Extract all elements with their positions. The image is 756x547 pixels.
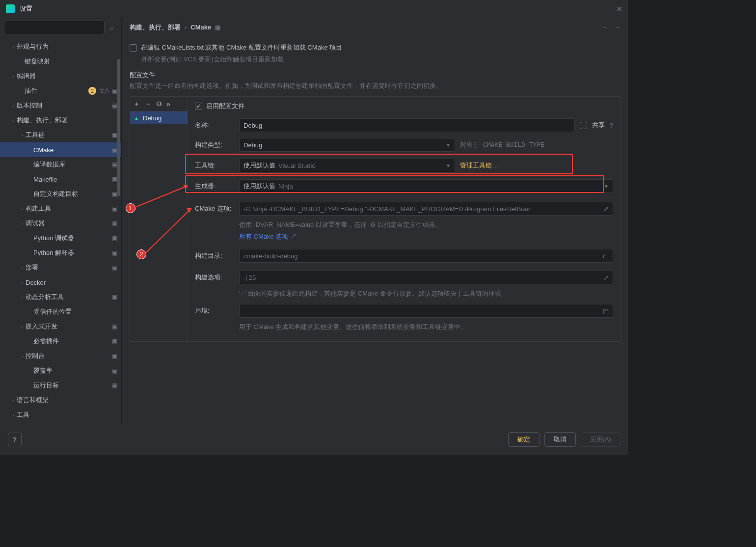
help-button[interactable]: ? <box>8 433 22 446</box>
sidebar-item-label: Makefile <box>33 176 112 183</box>
copy-profile-icon[interactable]: ⧉ <box>157 100 162 108</box>
chevron-icon: › <box>19 280 26 285</box>
list-icon[interactable]: ▤ <box>603 307 609 315</box>
build-type-select[interactable]: Debug▼ <box>239 138 455 152</box>
add-profile-icon[interactable]: ＋ <box>133 100 140 109</box>
all-cmake-options-link[interactable]: 所有 CMake 选项 ↗ <box>239 233 297 240</box>
sidebar-item-17[interactable]: ›动态分析工具▣ <box>0 290 121 304</box>
scope-icon: ▣ <box>112 161 117 168</box>
sidebar-item-21[interactable]: ›控制台▣ <box>0 349 121 363</box>
sidebar-item-label: 工具 <box>17 410 117 419</box>
environment-hint: 用于 CMake 生成和构建的其他变量。这些值将添加到系统变量和工具链变量中。 <box>239 323 613 331</box>
chevron-icon: › <box>19 133 26 138</box>
enable-profile-checkbox[interactable] <box>195 103 202 110</box>
sidebar-item-19[interactable]: ›嵌入式开发▣ <box>0 319 121 334</box>
scope-icon: ▣ <box>112 87 117 94</box>
sidebar-item-20[interactable]: 必需插件▣ <box>0 334 121 349</box>
sidebar-item-10[interactable]: 自定义构建目标▣ <box>0 187 121 201</box>
profile-run-icon: ▲ <box>134 115 140 121</box>
sidebar-item-14[interactable]: Python 解释器▣ <box>0 246 121 260</box>
sidebar-item-label: 外观与行为 <box>17 42 117 51</box>
sidebar-item-label: 自定义构建目标 <box>33 190 112 198</box>
nav-back-icon[interactable]: ← <box>602 24 608 31</box>
sidebar-item-8[interactable]: 编译数据库▣ <box>0 157 121 172</box>
build-options-input[interactable]: -j 25 ⤢ <box>239 271 613 284</box>
sidebar-item-12[interactable]: ›调试器▣ <box>0 216 121 231</box>
profiles-panel: ＋ － ⧉ » ▲ Debug <box>130 96 188 342</box>
sidebar-item-11[interactable]: ›构建工具▣ <box>0 201 121 216</box>
sidebar-item-22[interactable]: 覆盖率▣ <box>0 363 121 378</box>
titlebar: 设置 ✕ <box>0 0 628 18</box>
chevron-icon: › <box>19 206 26 212</box>
sidebar-item-7[interactable]: CMake▣ <box>0 142 121 157</box>
settings-tree: ›外观与行为键盘映射›编辑器插件2文A▣›版本控制▣⌄构建、执行、部署›工具链▣… <box>0 37 121 424</box>
chevron-icon: › <box>19 265 26 271</box>
close-icon[interactable]: ✕ <box>616 4 622 14</box>
build-dir-input[interactable]: cmake-build-debug 🗀 <box>239 249 613 263</box>
scope-icon: ▣ <box>112 338 117 345</box>
apply-button[interactable]: 应用(A) <box>581 432 621 447</box>
folder-icon[interactable]: 🗀 <box>602 252 609 260</box>
sidebar-item-5[interactable]: ⌄构建、执行、部署 <box>0 113 121 128</box>
sidebar-item-0[interactable]: ›外观与行为 <box>0 39 121 54</box>
sidebar-item-label: 键盘映射 <box>25 57 117 66</box>
scope-icon: ▣ <box>112 191 117 197</box>
sidebar-item-25[interactable]: ›工具 <box>0 408 121 422</box>
sidebar-item-label: 部署 <box>26 263 112 272</box>
sidebar-item-label: 语言和框架 <box>17 396 117 405</box>
cancel-button[interactable]: 取消 <box>544 432 576 447</box>
breadcrumb: 构建、执行、部署 › CMake ▣ ← → <box>122 18 628 37</box>
environment-input[interactable]: ▤ <box>239 304 613 318</box>
nav-forward-icon[interactable]: → <box>614 24 621 31</box>
share-checkbox[interactable] <box>580 122 587 129</box>
scope-icon: ▣ <box>112 205 117 212</box>
scope-icon: ▣ <box>112 102 117 109</box>
more-profile-icon[interactable]: » <box>166 100 170 108</box>
sidebar-item-16[interactable]: ›Docker <box>0 275 121 290</box>
manage-toolchains-link[interactable]: 管理工具链… <box>460 161 498 170</box>
expand-icon[interactable]: ⤢ <box>603 274 609 281</box>
chevron-down-icon: ▼ <box>446 142 451 148</box>
build-options-label: 构建选项: <box>195 273 234 282</box>
name-input[interactable]: Debug <box>239 118 575 132</box>
toolchain-select[interactable]: 使用默认值 Visual Studio ▼ <box>239 159 455 172</box>
profile-item-debug[interactable]: ▲ Debug <box>130 111 188 124</box>
profiles-title: 配置文件 <box>130 71 621 80</box>
sidebar-item-18[interactable]: 受信任的位置 <box>0 304 121 319</box>
generator-label: 生成器: <box>195 182 234 191</box>
remove-profile-icon[interactable]: － <box>145 100 152 109</box>
breadcrumb-current: CMake <box>190 24 211 31</box>
sidebar-item-4[interactable]: ›版本控制▣ <box>0 98 121 113</box>
sidebar-item-9[interactable]: Makefile▣ <box>0 172 121 187</box>
sidebar-item-1[interactable]: 键盘映射 <box>0 54 121 69</box>
chevron-icon: › <box>10 103 17 109</box>
sidebar-item-2[interactable]: ›编辑器 <box>0 69 121 83</box>
sidebar-item-label: 编译数据库 <box>33 160 112 169</box>
ok-button[interactable]: 确定 <box>508 432 540 447</box>
sidebar-item-label: 必需插件 <box>33 337 112 346</box>
profile-item-label: Debug <box>143 114 162 122</box>
search-input[interactable] <box>4 21 105 34</box>
sidebar-item-15[interactable]: ›部署▣ <box>0 260 121 275</box>
sidebar-item-6[interactable]: ›工具链▣ <box>0 128 121 142</box>
sidebar-item-24[interactable]: ›语言和框架 <box>0 393 121 408</box>
share-help-icon[interactable]: ? <box>610 122 613 129</box>
scope-icon: ▣ <box>112 323 117 330</box>
chevron-icon: › <box>10 44 17 50</box>
cmake-options-input[interactable]: -G Ninja -DCMAKE_BUILD_TYPE=Debug "-DCMA… <box>239 202 613 216</box>
expand-icon[interactable]: ⤢ <box>603 205 609 213</box>
sidebar-item-23[interactable]: 运行目标▣ <box>0 378 121 393</box>
build-dir-label: 构建目录: <box>195 251 234 260</box>
reload-checkbox[interactable] <box>130 44 137 52</box>
cmake-options-hint: 使用 -DVAR_NAME=value 以设置变量，选择 -G 以指定自定义生成… <box>239 220 613 229</box>
sidebar-item-label: 版本控制 <box>17 101 112 110</box>
generator-select[interactable]: 使用默认值 Ninja ▼ <box>239 179 613 193</box>
scrollbar-thumb[interactable] <box>117 59 120 196</box>
sidebar-item-3[interactable]: 插件2文A▣ <box>0 83 121 98</box>
chevron-icon: › <box>19 354 26 359</box>
name-label: 名称: <box>195 121 234 130</box>
sidebar-item-label: 嵌入式开发 <box>26 322 112 331</box>
sidebar-item-13[interactable]: Python 调试器▣ <box>0 231 121 246</box>
build-type-hint: 对应于 CMAKE_BUILD_TYPE <box>460 140 544 149</box>
scope-icon: ▣ <box>112 294 117 301</box>
